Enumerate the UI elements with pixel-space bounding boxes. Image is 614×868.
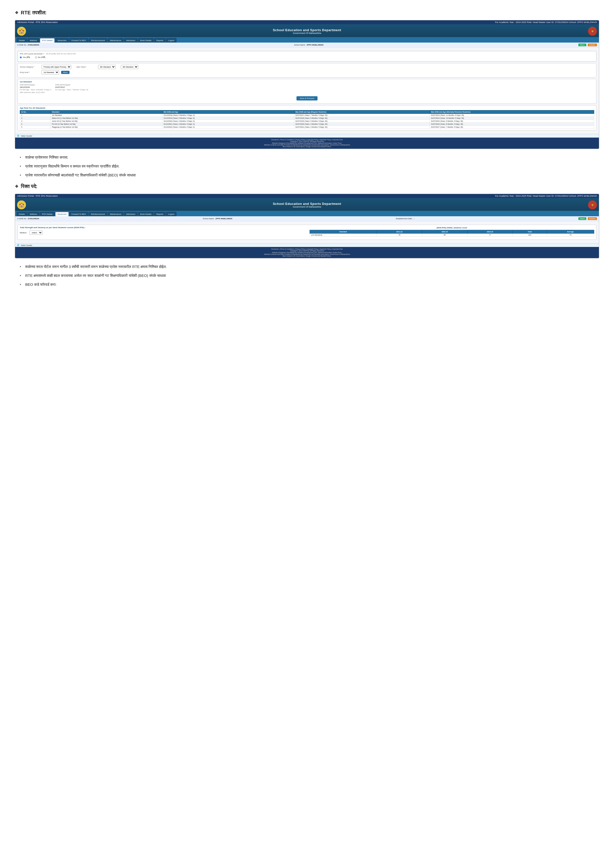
status-button-1[interactable]: Status (578, 43, 586, 46)
table-row: 5 Playgroup (4 Year Before 1st Std) 31/1… (20, 126, 594, 129)
tab-book-details-2[interactable]: Book Details (138, 212, 154, 216)
portal-footer-2: Disclaimer | Terms & Conditions | Privac… (15, 247, 599, 258)
rikt-pade-bullets: शाळेच्या सरल पोर्टल वरून मागील 3 वर्षांच… (20, 264, 599, 288)
rte-tapshil-section: ❖ RTE तपशील: Admission Portal - RTE 25% … (15, 10, 599, 178)
status-button-2[interactable]: Status (578, 217, 586, 220)
vcol-total: Total (513, 230, 547, 234)
school-name-bar-2: U-DISE No : 27291208204 School Name : ZP… (15, 216, 599, 221)
rte-no-radio[interactable] (35, 56, 37, 58)
vacancy-table: Standard 2021-22 2022-23 2023-24 Total A… (310, 230, 594, 237)
rte-tapshil-header: ❖ RTE तपशील: (15, 10, 599, 16)
entry-level-select[interactable]: 1st Standard (42, 70, 59, 74)
school-name-bar-1: U-DISE No : 27291208204 School Name : ZP… (15, 43, 599, 48)
list-item: BEO कडे फॉरवर्ड करा: (20, 282, 599, 288)
tab-forward-beo-2[interactable]: Forward To BEO (69, 212, 88, 216)
tab-details[interactable]: Details (17, 38, 27, 43)
diamond-icon-2: ❖ (15, 184, 18, 189)
medium-select[interactable]: -select- (29, 231, 43, 235)
tab-address-2[interactable]: Address (28, 212, 39, 216)
vcol-2023: 2023-24 (467, 230, 513, 234)
tab-maintenance[interactable]: Maintenance (108, 38, 124, 43)
wc-bar-1: 🌐 Visitor Counter (15, 134, 599, 138)
govt-emblem-1: 🦁 (588, 27, 597, 36)
vcol-standard: Standard (310, 230, 377, 234)
rte-radio-row: Yes (होय) No (नाही) (20, 56, 594, 59)
more-button[interactable]: More (61, 71, 70, 74)
upto-class-select[interactable]: 8th Standard (98, 65, 116, 69)
tab-reimbursement[interactable]: Reimbursement (89, 38, 107, 43)
tab-admission-2[interactable]: Admission (124, 212, 138, 216)
school-header-2: 🏫 School Education and Sports Department… (15, 198, 599, 211)
school-logo-1: 🏫 (17, 27, 26, 36)
list-item: शाळेच्या सरल पोर्टल वरून मागील 3 वर्षांच… (20, 264, 599, 270)
list-item: प्रवेश स्तरावरील कोणत्याही बदलांसाठी गट … (20, 172, 599, 178)
nav-tabs-bar-1: Details Address RTE Details Vacancies Fo… (15, 37, 599, 43)
tab-reimbursement-2[interactable]: Reimbursement (89, 212, 107, 216)
rte-quota-row: RTE 25% Quota admissible ? आर.टी.ई (टक्क… (20, 53, 594, 55)
rte-screenshot-1: Admission Portal - RTE 25% Reservation F… (15, 20, 599, 149)
max-dob-group: DOB (dd/mm/yyyy)* 01/07/2017 For max Age… (55, 84, 88, 91)
min-dob-group: DOB (dd/mm/yyyy)* 26/12/2018 For Min Age… (20, 84, 51, 91)
wc-icon: 🌐 (17, 135, 19, 137)
tab-address[interactable]: Address (28, 38, 39, 43)
tab-book-details[interactable]: Book Details (138, 38, 154, 43)
tab-reports-2[interactable]: Reports (154, 212, 166, 216)
total-strength-block: Total Strength and Vacancy as per Saral … (17, 225, 597, 240)
tab-vacancies[interactable]: Vacancies (55, 38, 68, 43)
non-rte-table-area: (NON RTE) SARAL Students count Standard … (310, 227, 594, 237)
tab-logout[interactable]: Logout (166, 38, 177, 43)
save-proceed-button[interactable]: Save & Proceed (296, 96, 318, 101)
tab-maintenance-2[interactable]: Maintenance (108, 212, 124, 216)
rte-tapshil-bullets: शाळेचा प्रवेशस्तर निश्चित करावा. प्रवेश … (20, 154, 599, 178)
school-logo-2: 🏫 (17, 200, 26, 209)
rte-yes-label[interactable]: Yes (होय) (20, 56, 30, 59)
school-category-row: School category * Primary with Upper Pri… (20, 65, 594, 69)
date-fields-row: DOB (dd/mm/yyyy)* 26/12/2018 For Min Age… (20, 84, 594, 91)
standard-select[interactable]: 8th Standard (121, 65, 138, 69)
table-row: 3 Junior KG (2 Year Before 1st Std) 31/1… (20, 120, 594, 123)
wc-icon-2: 🌐 (17, 244, 19, 246)
wc-bar-2: 🌐 Visitor Counter (15, 243, 599, 247)
school-title-block-2: School Education and Sports Department G… (26, 202, 588, 208)
tab-admission[interactable]: Admission (124, 38, 138, 43)
list-item: प्रवेश स्तरानुसार विद्यार्थांचे किमान व … (20, 163, 599, 169)
age-rule-table: Sr No. Standard Min DOB and Age Max DOB … (20, 110, 594, 129)
medium-select-row: Medium: -select- (20, 231, 305, 235)
vcol-average: Average (547, 230, 594, 234)
col-standard: Standard (51, 110, 162, 114)
table-row: 1 1st Standard 31/12/2018 (Years: 6 Mont… (20, 114, 594, 117)
table-row: 4 Pre KG (3 Year Before 1st Std) 31/12/2… (20, 123, 594, 126)
govt-emblem-2: 🦁 (588, 200, 597, 209)
vacancy-form-area: Total Strength and Vacancy as per Saral … (15, 221, 599, 243)
entry-level-row: Entry level * 1st Standard More (20, 70, 594, 74)
total-strength-row: Total Strength and Vacancy as per Saral … (20, 226, 594, 237)
rikt-pade-section: ❖ रिक्त पदे: Admission Portal - RTE 25% … (15, 184, 599, 288)
school-title-block-1: School Education and Sports Department G… (26, 28, 588, 34)
portal-topbar-1: Admission Portal - RTE 25% Reservation F… (15, 20, 599, 24)
vcol-2022: 2022-23 (422, 230, 467, 234)
tab-rte-details-2[interactable]: RTE Details (40, 212, 55, 216)
col-srno: Sr No. (20, 110, 51, 114)
school-category-select[interactable]: Primary with Upper Primary (42, 65, 71, 69)
tab-logout-2[interactable]: Logout (166, 212, 177, 216)
list-item: RTE क्षमतामध्ये काही बदल करावयचा असेल तर… (20, 273, 599, 279)
diamond-icon: ❖ (15, 10, 18, 15)
tab-rte-details[interactable]: RTE Details (40, 38, 55, 43)
tab-reports[interactable]: Reports (154, 38, 166, 43)
col-max-dob-regular: Max DOB and Age (Regular Students) (294, 110, 429, 114)
list-item: शाळेचा प्रवेशस्तर निश्चित करावा. (20, 154, 599, 160)
tab-forward-beo[interactable]: Forward To BEO (69, 38, 88, 43)
tab-vacancies-2[interactable]: Vacancies (55, 212, 68, 216)
age-rule-block: Age Rule For All Standards Sr No. Standa… (17, 105, 597, 130)
col-min-dob: Min DOB and Age (162, 110, 294, 114)
table-row: 2 Setion KG (1 Year Before 1st Std) 31/1… (20, 117, 594, 120)
table-row: (1st Standard) 78 65 77 220 73 (310, 234, 594, 237)
tab-details-2[interactable]: Details (17, 212, 27, 216)
rte-yes-radio[interactable] (20, 56, 22, 58)
rte-screenshot-2: Admission Portal - RTE 25% Reservation F… (15, 194, 599, 258)
vcol-2021: 2021-22 (377, 230, 422, 234)
editable-button-2[interactable]: Editable (588, 217, 597, 220)
rikt-pade-header: ❖ रिक्त पदे: (15, 184, 599, 189)
rte-no-label[interactable]: No (नाही) (35, 56, 45, 59)
editable-button-1[interactable]: Editable (588, 43, 597, 46)
